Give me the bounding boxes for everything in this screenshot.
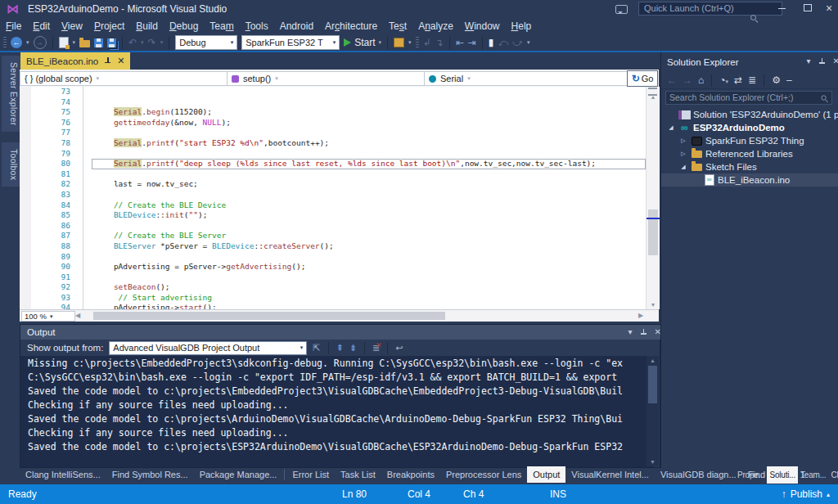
bottom-tab-find-symbol-res[interactable]: Find Symbol Res... (106, 466, 194, 483)
menu-test[interactable]: Test (383, 18, 412, 34)
toolbar-grip[interactable] (416, 37, 419, 48)
redo-dropdown-icon[interactable]: ▾ (160, 39, 164, 46)
preview-selected-items-icon[interactable]: – (786, 74, 792, 86)
menu-build[interactable]: Build (130, 18, 164, 34)
bottom-tab-class[interactable]: Class... (828, 466, 838, 484)
pending-changes-filter-icon[interactable]: ◔▾ (719, 74, 728, 86)
clear-all-icon[interactable]: ≣ (372, 343, 380, 353)
editor-vertical-scrollbar[interactable]: ▲ ▼ (646, 87, 660, 309)
code-line[interactable]: 73 (20, 87, 646, 97)
bottom-tab-prope[interactable]: Prope... (735, 466, 767, 484)
tree-item-sketch-files[interactable]: ◢Sketch Files (661, 160, 838, 173)
code-line[interactable]: 86 (20, 221, 646, 232)
code-line[interactable]: 76 gettimeofday(&now, NULL); (20, 118, 646, 128)
quick-launch-input[interactable]: Quick Launch (Ctrl+Q) (638, 2, 782, 16)
decrease-indent-icon[interactable]: ⇤ (456, 37, 464, 48)
bookmark-icon[interactable]: ▮ (489, 37, 494, 48)
code-line[interactable]: 89 (20, 252, 646, 263)
toolbar-overflow-icon[interactable]: ▾ (527, 39, 530, 46)
code-line[interactable]: 82 last = now.tv_sec; (20, 179, 646, 190)
menu-help[interactable]: Help (506, 18, 538, 34)
go-button[interactable]: ↻ Go (627, 70, 658, 87)
feedback-icon[interactable] (615, 5, 628, 14)
code-line[interactable]: 91 (20, 272, 646, 283)
server-explorer-tab[interactable]: Server Explorer (2, 56, 20, 132)
code-line[interactable]: 88 BLEServer *pServer = BLEDevice::creat… (20, 241, 646, 252)
increase-indent-icon[interactable]: ⇥ (468, 37, 476, 48)
pin-icon[interactable] (818, 58, 826, 65)
toolbar-grip[interactable] (3, 37, 7, 48)
code-line[interactable]: 75 Serial.begin(115200); (20, 107, 646, 118)
menu-project[interactable]: Project (88, 18, 130, 34)
document-tab[interactable]: BLE_iBeacon.ino ✕ (20, 52, 130, 70)
tree-item-esp32arduinodemo[interactable]: ◢∞ESP32ArduinoDemo (661, 121, 838, 134)
bottom-tab-visualkernel-intel[interactable]: VisualKernel Intel... (565, 466, 655, 483)
output-log[interactable]: Missing c:\projects\EmbeddedProject3\sdk… (20, 356, 654, 467)
save-all-button[interactable] (107, 38, 116, 47)
scroll-right-icon[interactable]: ▶ (638, 312, 643, 319)
code-line[interactable]: 78 Serial.printf("start ESP32 %d\n",boot… (20, 138, 646, 149)
code-line[interactable]: 87 // Create the BLE Server (20, 231, 646, 241)
pin-icon[interactable] (104, 57, 111, 65)
bottom-tab-soluti[interactable]: Soluti... (767, 466, 798, 484)
code-line[interactable]: 93 // Start advertising (20, 293, 646, 304)
navigate-back-dropdown-icon[interactable]: ▾ (26, 39, 29, 46)
code-line[interactable]: 83 (20, 190, 646, 200)
bottom-tab-visualgdb-diagn[interactable]: VisualGDB diagn... (655, 466, 742, 483)
properties-icon[interactable]: ⚙ (772, 74, 781, 86)
navigate-forward-button[interactable]: → (34, 36, 47, 49)
solution-explorer-header[interactable]: Solution Explorer ▾ ✕ (661, 54, 838, 70)
menu-architecture[interactable]: Architecture (319, 18, 383, 34)
toolbox-tab[interactable]: Toolbox (2, 142, 20, 187)
chevron-down-icon[interactable]: ▾ (628, 325, 633, 340)
menu-edit[interactable]: Edit (27, 18, 56, 34)
solution-explorer-search-input[interactable]: Search Solution Explorer (Ctrl+;) (665, 91, 832, 105)
menu-window[interactable]: Window (459, 18, 506, 34)
menu-android[interactable]: Android (274, 18, 319, 34)
tree-item-sparkfun-esp32-thing[interactable]: ▷SparkFun ESP32 Thing (661, 134, 838, 147)
bottom-tab-clang-intellisens[interactable]: Clang IntelliSens... (20, 466, 106, 483)
menu-view[interactable]: View (56, 18, 88, 34)
code-line[interactable]: 85 BLEDevice::init(""); (20, 210, 646, 221)
expanded-arrow-icon[interactable]: ◢ (666, 124, 676, 131)
code-line[interactable]: 74 (20, 97, 646, 108)
bottom-tab-output[interactable]: Output (527, 466, 565, 483)
member-dropdown[interactable]: Serial ▾ (424, 71, 635, 86)
bottom-tab-package-manage[interactable]: Package Manage... (194, 466, 283, 483)
close-button[interactable]: × (820, 0, 838, 16)
forward-icon[interactable]: → (683, 74, 692, 86)
scroll-up-icon[interactable]: ▲ (647, 358, 659, 363)
menu-analyze[interactable]: Analyze (412, 18, 459, 34)
code-line[interactable]: 77 (20, 128, 646, 138)
code-editor[interactable]: 737475 Serial.begin(115200);76 gettimeof… (20, 87, 646, 309)
maximize-button[interactable] (799, 0, 817, 16)
horizontal-scrollbar-thumb[interactable] (93, 312, 445, 320)
solution-configuration-dropdown[interactable]: Debug ▾ (175, 35, 237, 50)
scroll-left-icon[interactable]: ◀ (75, 312, 80, 319)
home-icon[interactable]: ⌂ (698, 74, 704, 86)
menu-team[interactable]: Team (204, 18, 239, 34)
undo-button[interactable]: ↶ (128, 37, 137, 48)
output-panel-header[interactable]: Output ▾ ✕ (20, 325, 666, 340)
scroll-down-icon[interactable]: ▼ (647, 459, 659, 465)
bottom-tab-preprocessor-lens[interactable]: Preprocessor Lens (440, 466, 527, 483)
scrollbar-thumb[interactable] (648, 366, 657, 403)
menu-file[interactable]: File (0, 18, 27, 34)
previous-bookmark-icon[interactable]: ⤺ (498, 37, 508, 48)
bottom-tab-breakpoints[interactable]: Breakpoints (381, 466, 440, 483)
undo-dropdown-icon[interactable]: ▾ (141, 39, 144, 46)
previous-message-icon[interactable]: ⇞ (336, 343, 344, 353)
collapse-all-icon[interactable]: ≣ (748, 74, 756, 86)
sync-with-active-document-icon[interactable]: ⇄ (734, 74, 742, 86)
new-project-dropdown-icon[interactable]: ▾ (73, 39, 76, 46)
goto-source-icon[interactable]: ⇱ (313, 343, 320, 353)
word-wrap-icon[interactable]: ↩ (395, 343, 403, 353)
bottom-tab-team[interactable]: Team... (798, 466, 828, 484)
function-dropdown[interactable]: setup() ▾ (227, 71, 431, 86)
chevron-down-icon[interactable]: ▾ (807, 53, 811, 70)
step-over-icon[interactable]: ↴ (435, 37, 444, 48)
bottom-tab-task-list[interactable]: Task List (335, 466, 381, 483)
menu-debug[interactable]: Debug (164, 18, 204, 34)
code-line[interactable]: 92 setBeacon(); (20, 282, 646, 293)
code-line[interactable]: 84 // Create the BLE Device (20, 200, 646, 211)
